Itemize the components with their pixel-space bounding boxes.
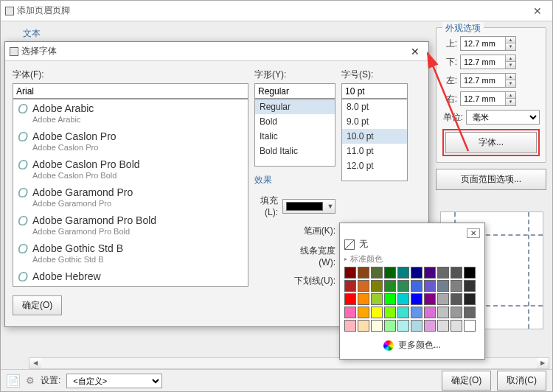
font-dialog-titlebar[interactable]: 选择字体 ✕ [5, 42, 428, 61]
margin-top-spinner[interactable]: ▲▼ [460, 36, 516, 51]
font-size-listbox[interactable]: 8.0 pt9.0 pt10.0 pt11.0 pt12.0 pt [341, 99, 408, 181]
margin-left-spinner[interactable]: ▲▼ [460, 73, 516, 88]
color-swatch[interactable] [451, 307, 462, 318]
font-list-item[interactable]: OAdobe Caslon Pro BoldAdobe Caslon Pro B… [13, 155, 248, 183]
color-swatch[interactable] [371, 267, 383, 279]
color-swatch[interactable] [424, 293, 436, 305]
footer-cancel-button[interactable]: 取消(C) [497, 371, 546, 391]
color-swatch[interactable] [464, 280, 476, 292]
color-swatch[interactable] [384, 293, 396, 305]
color-swatch[interactable] [451, 267, 462, 279]
settings-select[interactable]: <自定义> [66, 374, 162, 388]
color-swatch[interactable] [344, 320, 356, 332]
spin-up-icon[interactable]: ▲ [506, 92, 515, 99]
color-swatch[interactable] [397, 320, 409, 332]
color-swatch[interactable] [358, 267, 369, 279]
font-list-item[interactable]: OAdobe Gothic Std BAdobe Gothic Std B [13, 239, 248, 267]
style-list-item[interactable]: Bold [255, 114, 335, 129]
color-swatch[interactable] [397, 267, 409, 279]
size-list-item[interactable]: 9.0 pt [342, 114, 407, 129]
color-swatch[interactable] [437, 280, 449, 292]
font-button[interactable]: 字体... [445, 132, 537, 153]
spin-up-icon[interactable]: ▲ [506, 74, 515, 80]
color-popup-close-button[interactable]: ✕ [467, 228, 480, 238]
color-swatch[interactable] [397, 307, 409, 318]
margin-left-input[interactable] [461, 74, 505, 87]
spin-up-icon[interactable]: ▲ [506, 37, 515, 43]
more-colors-button[interactable]: 更多颜色... [344, 336, 480, 354]
page-icon[interactable]: 📄 [7, 374, 20, 388]
color-swatch[interactable] [464, 267, 476, 279]
color-swatch[interactable] [371, 293, 383, 305]
style-list-item[interactable]: Bold Italic [255, 144, 335, 158]
margin-bottom-spinner[interactable]: ▲▼ [460, 55, 516, 69]
color-swatch[interactable] [437, 267, 449, 279]
style-list-item[interactable]: Italic [255, 129, 335, 144]
color-swatch[interactable] [344, 307, 356, 318]
color-swatch[interactable] [437, 320, 449, 332]
color-swatch[interactable] [384, 320, 396, 332]
font-size-input[interactable] [341, 83, 408, 99]
color-swatch[interactable] [424, 267, 436, 279]
color-swatch[interactable] [358, 320, 369, 332]
color-swatch[interactable] [411, 280, 422, 292]
color-swatch[interactable] [424, 320, 436, 332]
font-style-listbox[interactable]: RegularBoldItalicBold Italic [254, 99, 335, 167]
color-swatch[interactable] [424, 280, 436, 292]
size-list-item[interactable]: 12.0 pt [342, 158, 407, 173]
color-swatch[interactable] [451, 280, 462, 292]
color-swatch[interactable] [464, 307, 476, 318]
scroll-right-icon[interactable]: ▶ [537, 358, 549, 368]
main-titlebar[interactable]: 添加页眉页脚 ✕ [1, 1, 552, 21]
color-swatch[interactable] [437, 307, 449, 318]
color-none-option[interactable]: 无 [344, 238, 480, 251]
color-swatch[interactable] [411, 307, 422, 318]
spin-down-icon[interactable]: ▼ [506, 43, 515, 50]
font-list-item[interactable]: OAdobe Caslon ProAdobe Caslon Pro [13, 127, 248, 155]
color-swatch[interactable] [371, 307, 383, 318]
color-swatch[interactable] [411, 320, 422, 332]
footer-ok-button[interactable]: 确定(O) [442, 371, 491, 391]
spin-down-icon[interactable]: ▼ [506, 99, 515, 105]
margin-top-input[interactable] [461, 37, 505, 50]
margin-bottom-input[interactable] [461, 55, 505, 69]
font-style-input[interactable] [254, 83, 335, 99]
color-swatch[interactable] [358, 293, 369, 305]
scroll-left-icon[interactable]: ◀ [29, 358, 41, 368]
size-list-item[interactable]: 10.0 pt [342, 129, 407, 144]
font-name-listbox[interactable]: OAdobe ArabicAdobe ArabicOAdobe Caslon P… [13, 99, 248, 287]
color-swatch[interactable] [464, 293, 476, 305]
font-list-item[interactable]: OAdobe Garamond Pro BoldAdobe Garamond P… [13, 211, 248, 239]
font-dialog-close-button[interactable]: ✕ [406, 46, 424, 57]
color-swatch[interactable] [451, 320, 462, 332]
font-list-item[interactable]: OAdobe ArabicAdobe Arabic [13, 99, 248, 127]
color-swatch[interactable] [411, 293, 422, 305]
main-close-button[interactable]: ✕ [527, 5, 548, 17]
size-list-item[interactable]: 8.0 pt [342, 99, 407, 114]
color-swatch[interactable] [384, 280, 396, 292]
color-swatch[interactable] [437, 293, 449, 305]
color-swatch[interactable] [424, 307, 436, 318]
color-swatch[interactable] [358, 280, 369, 292]
spin-down-icon[interactable]: ▼ [506, 62, 515, 69]
color-swatch[interactable] [344, 280, 356, 292]
spin-down-icon[interactable]: ▼ [506, 80, 515, 87]
unit-select[interactable]: 毫米 [466, 110, 540, 125]
font-name-input[interactable] [13, 83, 248, 99]
fill-color-button[interactable]: ▼ [282, 199, 335, 214]
color-swatch[interactable] [371, 320, 383, 332]
font-list-item[interactable]: OAdobe Hebrew [13, 267, 248, 287]
color-swatch[interactable] [451, 293, 462, 305]
color-swatch[interactable] [384, 267, 396, 279]
color-swatch[interactable] [344, 293, 356, 305]
style-list-item[interactable]: Regular [255, 99, 335, 114]
font-dialog-ok-button[interactable]: 确定(O) [13, 295, 62, 315]
margin-right-input[interactable] [461, 92, 505, 105]
size-list-item[interactable]: 11.0 pt [342, 144, 407, 158]
color-swatch[interactable] [371, 280, 383, 292]
color-swatch[interactable] [464, 320, 476, 332]
gear-icon[interactable]: ⚙ [26, 375, 35, 386]
margin-right-spinner[interactable]: ▲▼ [460, 91, 516, 106]
color-swatch[interactable] [344, 267, 356, 279]
font-list-item[interactable]: OAdobe Garamond ProAdobe Garamond Pro [13, 183, 248, 211]
